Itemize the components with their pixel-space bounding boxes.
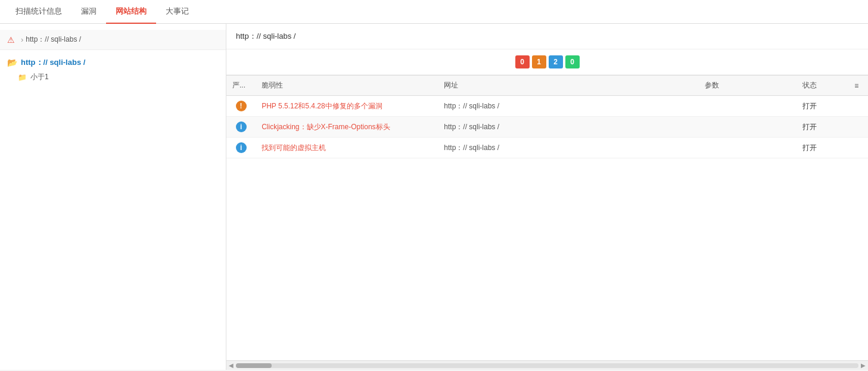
error-icon: ⚠ [7, 35, 15, 45]
params-cell-3 [699, 138, 797, 158]
breadcrumb: ⚠ › http：// sqli-labs / [0, 30, 226, 50]
vuln-table-wrapper[interactable]: 严... 脆弱性 网址 参数 状态 ≡ ! [226, 75, 868, 360]
badge-medium: 2 [549, 55, 563, 68]
main-content: ⚠ › http：// sqli-labs / 📂 http：// sqli-l… [0, 24, 868, 370]
tree-child-label: 小于1 [30, 72, 49, 82]
scroll-right-arrow[interactable]: ▶ [861, 362, 866, 369]
vuln-name-cell-2[interactable]: Clickjacking：缺少X-Frame-Options标头 [256, 117, 438, 138]
url-cell-3: http：// sqli-labs / [438, 138, 698, 158]
badge-low: 0 [565, 55, 580, 68]
col-header-url: 网址 [438, 76, 698, 96]
warning-icon: ! [236, 101, 247, 111]
tree-root-label: http：// sqli-labs / [21, 57, 85, 68]
info-icon: i [236, 142, 247, 153]
tree-root-item[interactable]: 📂 http：// sqli-labs / [0, 55, 226, 70]
vuln-link-3[interactable]: 找到可能的虚拟主机 [262, 144, 326, 152]
panel-header-url: http：// sqli-labs / [236, 32, 295, 40]
col-header-severity: 严... [226, 76, 256, 96]
col-header-params: 参数 [699, 76, 797, 96]
folder-open-icon: 📂 [7, 58, 17, 67]
vuln-link-2[interactable]: Clickjacking：缺少X-Frame-Options标头 [262, 123, 390, 131]
vuln-name-cell-1[interactable]: PHP 5.5.12和5.4.28中修复的多个漏洞 [256, 96, 438, 117]
vuln-table: 严... 脆弱性 网址 参数 状态 ≡ ! [226, 75, 868, 158]
severity-cell-2: i [226, 117, 256, 138]
menu-cell-2[interactable] [848, 117, 868, 138]
vuln-link-1[interactable]: PHP 5.5.12和5.4.28中修复的多个漏洞 [262, 102, 382, 110]
badge-high: 1 [532, 55, 546, 68]
col-header-vuln: 脆弱性 [256, 76, 438, 96]
left-panel: ⚠ › http：// sqli-labs / 📂 http：// sqli-l… [0, 24, 226, 370]
info-icon: i [236, 121, 247, 132]
right-panel: http：// sqli-labs / 0 1 2 0 严... 脆弱性 网址 [226, 24, 868, 370]
badge-critical: 0 [515, 55, 530, 68]
url-cell-1: http：// sqli-labs / [438, 96, 698, 117]
params-cell-1 [699, 96, 797, 117]
bottom-scrollbar[interactable]: ◀ ▶ [226, 360, 868, 370]
params-cell-2 [699, 117, 797, 138]
severity-cell-1: ! [226, 96, 256, 117]
status-cell-1: 打开 [797, 96, 848, 117]
tab-site-structure[interactable]: 网站结构 [106, 0, 156, 24]
status-cell-3: 打开 [797, 138, 848, 158]
menu-cell-3[interactable] [848, 138, 868, 158]
status-cell-2: 打开 [797, 117, 848, 138]
tree-child-item[interactable]: 📁 小于1 [0, 70, 226, 84]
tab-events[interactable]: 大事记 [156, 0, 198, 24]
tab-vulnerabilities[interactable]: 漏洞 [71, 0, 106, 24]
col-header-menu[interactable]: ≡ [848, 76, 868, 96]
severity-badges: 0 1 2 0 [226, 49, 868, 75]
breadcrumb-separator: › [21, 35, 23, 44]
vuln-name-cell-3[interactable]: 找到可能的虚拟主机 [256, 138, 438, 158]
table-row: ! PHP 5.5.12和5.4.28中修复的多个漏洞 http：// sqli… [226, 96, 868, 117]
table-row: i 找到可能的虚拟主机 http：// sqli-labs / 打开 [226, 138, 868, 158]
breadcrumb-url: http：// sqli-labs / [26, 35, 81, 45]
table-row: i Clickjacking：缺少X-Frame-Options标头 http：… [226, 117, 868, 138]
tab-bar: 扫描统计信息 漏洞 网站结构 大事记 [0, 0, 868, 24]
panel-header: http：// sqli-labs / [226, 24, 868, 49]
folder-icon: 📁 [18, 73, 27, 82]
url-cell-2: http：// sqli-labs / [438, 117, 698, 138]
menu-cell-1[interactable] [848, 96, 868, 117]
col-header-status: 状态 [797, 76, 848, 96]
scroll-left-arrow[interactable]: ◀ [229, 362, 234, 369]
severity-cell-3: i [226, 138, 256, 158]
tab-scan-stats[interactable]: 扫描统计信息 [6, 0, 71, 24]
